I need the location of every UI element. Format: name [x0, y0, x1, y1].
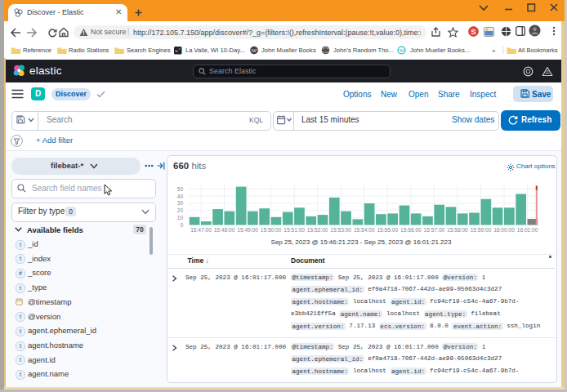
svg-text:15:52:00: 15:52:00: [307, 227, 328, 233]
svg-text:15:48:00: 15:48:00: [214, 227, 235, 233]
svg-text:15:47:00: 15:47:00: [190, 227, 212, 233]
svg-text:20: 20: [177, 207, 184, 213]
svg-text:50: 50: [177, 186, 184, 192]
svg-text:S: S: [471, 28, 475, 36]
svg-text:16:00:00: 16:00:00: [493, 227, 515, 233]
svg-text:W: W: [252, 47, 257, 54]
svg-text:15:53:00: 15:53:00: [330, 227, 351, 233]
svg-text:15:51:00: 15:51:00: [284, 227, 305, 233]
svg-text:W: W: [400, 48, 404, 53]
svg-text:15:54:00: 15:54:00: [354, 227, 375, 233]
svg-text:15:49:00: 15:49:00: [237, 227, 258, 233]
svg-text:30: 30: [177, 200, 184, 206]
svg-text:15:58:00: 15:58:00: [447, 227, 468, 233]
svg-text:15:57:00: 15:57:00: [424, 227, 445, 233]
svg-text:»: »: [492, 47, 496, 55]
svg-text:15:56:00: 15:56:00: [400, 227, 422, 233]
svg-text:16:01:00: 16:01:00: [517, 227, 538, 233]
svg-text:0: 0: [180, 222, 183, 228]
svg-text:40: 40: [177, 194, 184, 199]
svg-text:15:59:00: 15:59:00: [471, 227, 492, 233]
svg-text:15:55:00: 15:55:00: [377, 227, 398, 233]
svg-text:15:50:00: 15:50:00: [261, 227, 282, 233]
svg-text:10: 10: [177, 215, 184, 220]
